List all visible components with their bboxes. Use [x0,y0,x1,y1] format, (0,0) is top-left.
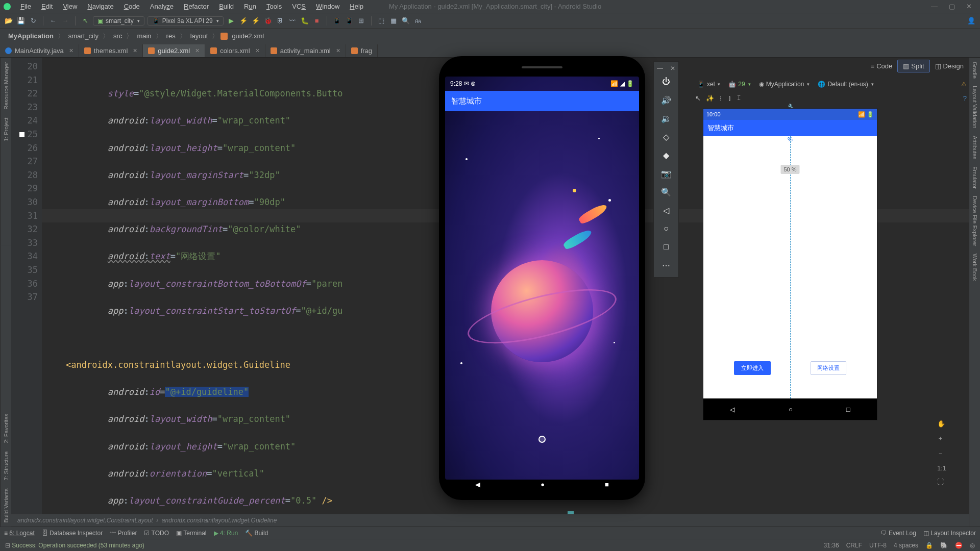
open-icon[interactable]: 📂 [4,16,13,26]
layout-icon[interactable]: ▦ [389,16,398,26]
encoding[interactable]: UTF-8 [869,542,887,549]
overview-icon[interactable]: □ [656,238,676,256]
crumb-layout[interactable]: layout [188,32,210,40]
emulator-window[interactable]: 9:28 ✉ ⊚📶 ◢ 🔋 智慧城市 ◀ ● ■ [439,56,645,500]
indent[interactable]: 4 spaces [894,542,918,549]
crumb-res[interactable]: res [164,32,178,40]
volume-down-icon[interactable]: 🔉 [656,110,676,127]
layout-preview[interactable]: 10:00📶 🔋 智慧城市 % 50 % 立即进入 网络设置 ◁ ○ □ [703,109,877,420]
maximize-button[interactable]: ▢ [949,3,955,10]
minimap-thumb[interactable] [568,511,574,514]
sync-icon[interactable]: ↻ [29,16,38,26]
close-icon[interactable]: ✕ [133,47,137,54]
tab-colors[interactable]: colors.xml✕ [205,44,265,57]
rail-gradle[interactable]: Gradle [972,62,978,79]
power-icon[interactable]: ⏻ [656,73,676,90]
sdk-icon[interactable]: ⊞ [357,16,366,26]
stop-icon[interactable]: ■ [312,16,322,26]
menu-build[interactable]: Build [214,2,239,11]
emu-close-icon[interactable]: ✕ [670,65,675,72]
rotate-right-icon[interactable]: ◆ [656,146,676,164]
attach-icon[interactable]: 🐛 [300,16,309,26]
tab-activitymain[interactable]: activity_main.xml✕ [265,44,346,57]
tab-mainactivity[interactable]: MainActivity.java✕ [0,44,79,57]
menu-analyze[interactable]: Analyze [145,2,179,11]
rail-structure[interactable]: 7: Structure [3,451,9,480]
apply-code-icon[interactable]: ⚡ [251,16,260,26]
menu-navigate[interactable]: Navigate [82,2,118,11]
close-icon[interactable]: ✕ [336,47,340,54]
emu-minimize-icon[interactable]: — [657,65,663,72]
readonly-icon[interactable]: 🔒 [925,542,933,549]
tool-logcat[interactable]: ≡ 6: Logcat [4,530,35,537]
user-icon[interactable]: 👤 [967,16,976,26]
camera-icon[interactable]: 📷 [656,165,676,182]
crumb-file[interactable]: guide2.xml [230,32,266,40]
menu-code[interactable]: Code [119,2,145,11]
indexing-icon[interactable]: ◎ [970,542,975,549]
tool-todo[interactable]: ☑ TODO [144,530,169,537]
avd-icon[interactable]: 📱 [332,16,341,26]
crumb-root[interactable]: MyApplication [6,32,56,40]
mode-code[interactable]: ≡ Code [866,60,898,72]
debug-icon[interactable]: 🐞 [263,16,273,26]
home-icon[interactable]: ○ [656,220,676,237]
close-icon[interactable]: ✕ [255,47,260,54]
search-icon[interactable]: 🔍 [401,16,410,26]
tool-terminal[interactable]: ▣ Terminal [176,530,206,537]
device-icon[interactable]: 📱 [345,16,354,26]
nav-recent-icon[interactable]: ■ [605,481,609,488]
menu-refactor[interactable]: Refactor [179,2,214,11]
nav-up-icon[interactable]: ↖ [81,16,90,26]
tool-profiler[interactable]: 〰 Profiler [110,530,137,537]
menu-window[interactable]: Window [311,2,345,11]
nav-back-icon[interactable]: ◀ [475,481,480,488]
nav-home-icon[interactable]: ● [541,481,545,488]
menu-vcs[interactable]: VCS [287,2,311,11]
line-sep[interactable]: CRLF [846,542,862,549]
memory-icon[interactable]: 🐘 [940,542,948,549]
rail-project[interactable]: 1: Project [3,118,9,141]
forward-icon[interactable]: → [61,16,70,26]
tab-guide2[interactable]: guide2.xml✕ [143,44,205,57]
volume-up-icon[interactable]: 🔊 [656,91,676,109]
crumb-main[interactable]: main [135,32,153,40]
close-button[interactable]: ✕ [966,3,972,10]
mode-design[interactable]: ◫ Design [930,60,969,72]
breakpoint-icon[interactable] [19,132,24,137]
rail-resmgr[interactable]: Resource Manager [3,62,9,110]
rail-favorites[interactable]: 2: Favorites [3,414,9,443]
error-icon[interactable]: ⛔ [955,542,963,549]
tool-run[interactable]: ▶ 4: Run [214,530,238,537]
rotate-left-icon[interactable]: ◇ [656,128,676,145]
menu-help[interactable]: Help [345,2,369,11]
more-icon[interactable]: ⋯ [656,257,676,274]
menu-tools[interactable]: Tools [261,2,287,11]
profiler-icon[interactable]: 〰 [288,16,297,26]
rail-buildvariants[interactable]: Build Variants [3,488,9,522]
crumb-module[interactable]: smart_city [66,32,101,40]
close-icon[interactable]: ✕ [195,47,200,54]
mode-split[interactable]: ▥ Split [897,60,929,72]
tool-layout-inspector[interactable]: ◫ Layout Inspector [923,530,976,537]
crumb-src[interactable]: src [111,32,124,40]
back-icon[interactable]: ← [48,16,58,26]
coverage-icon[interactable]: ⛨ [276,16,285,26]
tab-frag[interactable]: frag [346,44,378,57]
save-icon[interactable]: 💾 [16,16,26,26]
tool-build[interactable]: 🔨 Build [245,530,268,537]
back-icon[interactable]: ◁ [656,202,676,219]
minimize-button[interactable]: — [931,3,938,10]
translate-icon[interactable]: 🗛 [413,16,423,26]
tab-themes[interactable]: themes.xml✕ [79,44,143,57]
zoom-icon[interactable]: 🔍 [656,183,676,201]
menu-file[interactable]: FFileile [15,2,36,11]
menu-view[interactable]: View [58,2,82,11]
run-button[interactable]: ▶ [227,16,236,26]
apply-changes-icon[interactable]: ⚡ [239,16,248,26]
tool-database[interactable]: 🗄 Database Inspector [42,530,103,537]
menu-run[interactable]: Run [239,2,261,11]
emulator-screen[interactable]: 9:28 ✉ ⊚📶 ◢ 🔋 智慧城市 [445,77,639,480]
menu-edit[interactable]: Edit [36,2,58,11]
close-icon[interactable]: ✕ [69,47,74,54]
